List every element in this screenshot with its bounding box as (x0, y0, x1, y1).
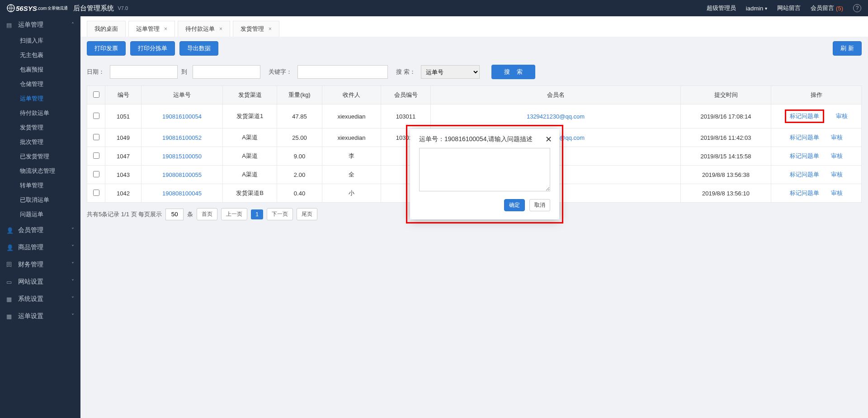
cell-id: 1049 (105, 128, 142, 147)
col-header: 操作 (771, 86, 862, 104)
pager-last[interactable]: 尾页 (297, 208, 317, 220)
date-to-input[interactable] (193, 65, 260, 79)
refresh-button[interactable]: 刷 新 (833, 41, 862, 56)
tab-close-icon[interactable]: × (164, 26, 167, 32)
col-header: 会员名 (431, 86, 681, 104)
sidebar-item[interactable]: 转单管理 (0, 178, 80, 193)
mark-issue-link[interactable]: 标记问题单 (790, 134, 819, 141)
audit-link[interactable]: 审核 (831, 171, 843, 178)
select-all-checkbox[interactable] (93, 91, 99, 98)
money-icon: ⽥ (6, 261, 14, 269)
cell-waybill-link[interactable]: 190816100052 (142, 128, 223, 147)
tab-label: 运单管理 (136, 25, 160, 33)
sidebar-group[interactable]: 👤商品管理˅ (0, 239, 80, 256)
sidebar-item[interactable]: 运单管理 (0, 91, 80, 106)
user-icon: 👤 (6, 244, 14, 251)
row-checkbox[interactable] (93, 171, 99, 177)
sidebar-item[interactable]: 无主包裹 (0, 48, 80, 62)
keyword-label: 关键字： (269, 68, 292, 76)
user-name: iadmin (746, 5, 763, 12)
modal-highlight-box: 运单号：190816100054,请输入问题描述 ✕ 确定 取消 (406, 125, 563, 223)
tab-label: 待付款运单 (185, 25, 215, 33)
per-page-unit: 条 (187, 210, 193, 218)
sidebar-item[interactable]: 发货管理 (0, 120, 80, 135)
sidebar-group[interactable]: ▦运单设置˅ (0, 308, 80, 325)
cell-time: 2019/8/15 14:15:58 (681, 147, 771, 166)
sidebar-group[interactable]: ▤运单管理˄ (0, 16, 80, 33)
pager-current[interactable]: 1 (251, 209, 263, 219)
sidebar-item[interactable]: 仓储管理 (0, 77, 80, 91)
modal-ok-button[interactable]: 确定 (504, 199, 525, 211)
sidebar-group[interactable]: ⽥财务管理˅ (0, 256, 80, 273)
mark-issue-link[interactable]: 标记问题单 (785, 109, 824, 123)
member-msg-label: 会员留言 (811, 4, 834, 12)
tab[interactable]: 发货管理× (233, 21, 279, 37)
modal-cancel-button[interactable]: 取消 (529, 199, 550, 211)
app-title: 后台管理系统 (73, 4, 114, 13)
member-messages-link[interactable]: 会员留言 (5) (811, 4, 843, 12)
row-checkbox[interactable] (93, 190, 99, 196)
search-button[interactable]: 搜 索 (491, 65, 536, 79)
export-button[interactable]: 导出数据 (179, 41, 218, 56)
pager-next[interactable]: 下一页 (267, 208, 293, 220)
cell-waybill-link[interactable]: 190815100050 (142, 147, 223, 166)
row-checkbox[interactable] (93, 152, 99, 159)
keyword-input[interactable] (297, 65, 388, 79)
sidebar-item[interactable]: 问题运单 (0, 207, 80, 222)
sidebar-item[interactable]: 已取消运单 (0, 193, 80, 207)
col-checkbox (87, 86, 105, 104)
tab-close-icon[interactable]: × (269, 26, 272, 32)
tab[interactable]: 我的桌面 (87, 21, 126, 37)
sidebar-item[interactable]: 扫描入库 (0, 33, 80, 48)
cell-actions: 标记问题单审核 (771, 104, 862, 128)
sidebar-item[interactable]: 批次管理 (0, 135, 80, 149)
tab-close-icon[interactable]: × (219, 26, 222, 32)
per-page-input[interactable] (165, 209, 184, 220)
logo: 56SYS.com 全景物流通 后台管理系统 V7.0 (7, 4, 128, 13)
version-label: V7.0 (118, 5, 128, 11)
pager-first[interactable]: 首页 (197, 208, 217, 220)
help-icon[interactable]: ? (853, 4, 861, 12)
date-from-input[interactable] (110, 65, 178, 79)
sidebar-item[interactable]: 待付款运单 (0, 106, 80, 120)
pager-summary: 共有5条记录 1/1 页 每页展示 (87, 210, 162, 218)
sidebar-group[interactable]: ▭网站设置˅ (0, 273, 80, 290)
pager-prev[interactable]: 上一页 (221, 208, 247, 220)
date-label: 日期： (87, 68, 104, 76)
cell-waybill-link[interactable]: 190816100054 (142, 104, 223, 128)
cell-waybill-link[interactable]: 190808100045 (142, 184, 223, 203)
sidebar-group[interactable]: ▦系统设置˅ (0, 290, 80, 308)
cell-waybill-link[interactable]: 190808100055 (142, 166, 223, 184)
col-header: 会员编号 (381, 86, 431, 104)
modal-close-icon[interactable]: ✕ (545, 135, 552, 143)
print-invoice-button[interactable]: 打印发票 (87, 41, 126, 56)
audit-link[interactable]: 审核 (831, 152, 843, 159)
audit-link[interactable]: 审核 (836, 113, 848, 119)
sidebar-group[interactable]: 👤会员管理˅ (0, 222, 80, 239)
search-field-select[interactable]: 运单号 (421, 65, 480, 79)
col-header: 提交时间 (681, 86, 771, 104)
sidebar: ▤运单管理˄扫描入库无主包裹包裹预报仓储管理运单管理待付款运单发货管理批次管理已… (0, 16, 80, 418)
sidebar-item[interactable]: 包裹预报 (0, 62, 80, 77)
issue-description-textarea[interactable] (419, 148, 550, 191)
sidebar-item[interactable]: 物流状态管理 (0, 164, 80, 178)
sidebar-item[interactable]: 已发货管理 (0, 149, 80, 164)
sidebar-group-label: 网站设置 (18, 278, 43, 286)
audit-link[interactable]: 审核 (831, 190, 843, 196)
print-sort-button[interactable]: 打印分拣单 (130, 41, 175, 56)
row-checkbox[interactable] (93, 134, 99, 140)
cell-actions: 标记问题单审核 (771, 128, 862, 147)
site-messages-link[interactable]: 网站留言 (777, 4, 801, 12)
member-msg-count: (5) (836, 5, 843, 12)
mark-issue-link[interactable]: 标记问题单 (790, 171, 819, 178)
audit-link[interactable]: 审核 (831, 134, 843, 141)
row-checkbox[interactable] (93, 113, 99, 119)
tab[interactable]: 运单管理× (128, 21, 175, 37)
cell-actions: 标记问题单审核 (771, 184, 862, 203)
user-menu[interactable]: iadmin ▾ (746, 5, 767, 12)
tab[interactable]: 待付款运单× (178, 21, 230, 37)
cell-weight: 2.00 (277, 166, 322, 184)
mark-issue-link[interactable]: 标记问题单 (790, 190, 819, 196)
mark-issue-link[interactable]: 标记问题单 (790, 152, 819, 159)
cell-id: 1043 (105, 166, 142, 184)
